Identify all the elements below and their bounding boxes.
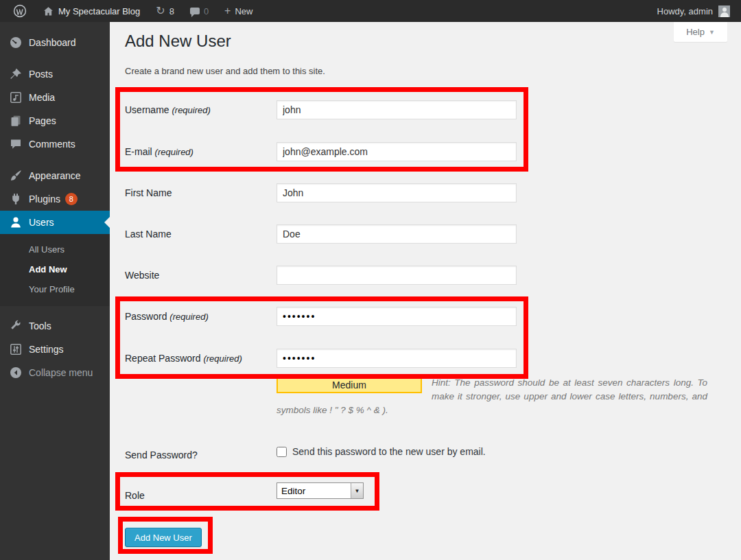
- paintbrush-icon: [9, 169, 23, 183]
- wordpress-logo-icon: [13, 4, 27, 18]
- sidebar-label-users: Users: [29, 217, 54, 228]
- pages-icon: [9, 114, 23, 128]
- plugins-update-badge: 8: [65, 193, 78, 205]
- role-label: Role: [125, 490, 269, 501]
- sidebar-item-appearance[interactable]: Appearance: [0, 164, 110, 187]
- chevron-down-icon: ▼: [709, 29, 715, 36]
- submenu-item-add-new[interactable]: Add New: [0, 259, 110, 279]
- sidebar-item-media[interactable]: Media: [0, 86, 110, 109]
- pushpin-icon: [9, 67, 23, 81]
- sidebar-label-dashboard: Dashboard: [29, 37, 76, 48]
- updates-count: 8: [169, 6, 174, 16]
- avatar: [718, 5, 730, 17]
- dashboard-icon: [9, 36, 23, 49]
- sidebar-label-settings: Settings: [29, 344, 64, 355]
- comments-link[interactable]: 0: [185, 0, 213, 22]
- role-selected-value: Editor: [277, 486, 351, 496]
- collapse-menu-button[interactable]: Collapse menu: [0, 361, 110, 384]
- collapse-arrow-icon: [9, 366, 23, 380]
- page-title: Add New User: [125, 32, 231, 51]
- my-account-menu[interactable]: Howdy, admin: [655, 0, 733, 22]
- sidebar-item-pages[interactable]: Pages: [0, 109, 110, 132]
- sidebar-label-comments: Comments: [29, 139, 75, 150]
- comment-icon: [9, 137, 23, 151]
- comments-icon: [190, 8, 200, 14]
- howdy-label: Howdy, admin: [657, 6, 713, 16]
- new-label: New: [235, 6, 252, 16]
- repeat-password-field[interactable]: [277, 349, 517, 368]
- password-label: Password (required): [125, 311, 269, 322]
- role-select[interactable]: Editor ▼: [277, 482, 364, 499]
- sidebar-label-plugins: Plugins: [29, 194, 60, 205]
- sidebar-item-settings[interactable]: Settings: [0, 338, 110, 361]
- password-field[interactable]: [277, 307, 517, 326]
- admin-sidebar: Dashboard Posts Media Pages Comments App…: [0, 22, 110, 560]
- add-new-user-button[interactable]: Add New User: [125, 528, 202, 547]
- admin-bar: My Spectacular Blog ↻ 8 0 + New Howdy, a…: [0, 0, 741, 22]
- sidebar-item-posts[interactable]: Posts: [0, 62, 110, 86]
- wrench-icon: [9, 319, 23, 333]
- sidebar-item-dashboard[interactable]: Dashboard: [0, 31, 110, 54]
- send-password-checkbox-label: Send this password to the new user by em…: [292, 446, 486, 457]
- email-field[interactable]: [277, 142, 517, 161]
- updates-icon: ↻: [156, 5, 165, 16]
- home-icon: [43, 5, 54, 17]
- help-button[interactable]: Help ▼: [674, 22, 727, 42]
- email-label: E-mail (required): [125, 146, 269, 157]
- sidebar-label-tools: Tools: [29, 320, 51, 331]
- sidebar-label-posts: Posts: [29, 69, 53, 80]
- website-label: Website: [125, 270, 269, 281]
- new-content-menu[interactable]: + New: [220, 0, 257, 22]
- collapse-menu-label: Collapse menu: [29, 367, 93, 378]
- password-strength-section: Medium Hint: The password should be at l…: [277, 376, 707, 417]
- help-label: Help: [686, 27, 705, 37]
- media-icon: [9, 91, 23, 104]
- plugin-icon: [9, 192, 23, 206]
- user-icon: [9, 215, 23, 229]
- sidebar-label-media: Media: [29, 92, 55, 103]
- sidebar-item-users[interactable]: Users: [0, 211, 110, 234]
- last-name-field[interactable]: [277, 224, 517, 244]
- username-input[interactable]: [277, 100, 517, 119]
- first-name-field[interactable]: [277, 183, 517, 202]
- submenu-item-your-profile[interactable]: Your Profile: [0, 279, 110, 299]
- submenu-item-all-users[interactable]: All Users: [0, 240, 110, 259]
- website-field[interactable]: [277, 266, 517, 285]
- current-menu-arrow-icon: [99, 217, 110, 228]
- sidebar-label-pages: Pages: [29, 115, 56, 126]
- plus-icon: +: [224, 5, 231, 16]
- sidebar-item-comments[interactable]: Comments: [0, 132, 110, 156]
- password-strength-meter: Medium: [277, 376, 422, 393]
- last-name-label: Last Name: [125, 229, 269, 240]
- users-submenu: All Users Add New Your Profile: [0, 234, 110, 306]
- send-password-checkbox[interactable]: [277, 447, 287, 457]
- sidebar-label-appearance: Appearance: [29, 170, 81, 181]
- site-name-label: My Spectacular Blog: [58, 6, 140, 16]
- updates-link[interactable]: ↻ 8: [151, 0, 179, 22]
- repeat-password-label: Repeat Password (required): [125, 353, 269, 364]
- site-name-link[interactable]: My Spectacular Blog: [38, 0, 145, 22]
- main-content: Help ▼ Add New User Create a brand new u…: [110, 22, 741, 560]
- comments-count: 0: [204, 6, 209, 16]
- sliders-icon: [9, 342, 23, 356]
- first-name-label: First Name: [125, 187, 269, 198]
- send-password-label: Send Password?: [125, 450, 269, 460]
- sidebar-item-plugins[interactable]: Plugins 8: [0, 187, 110, 211]
- chevron-down-icon: ▼: [351, 483, 363, 498]
- page-subtitle: Create a brand new user and add them to …: [125, 66, 325, 76]
- sidebar-item-tools[interactable]: Tools: [0, 314, 110, 338]
- wordpress-logo-menu[interactable]: [8, 0, 32, 22]
- username-label: Username (required): [125, 104, 269, 115]
